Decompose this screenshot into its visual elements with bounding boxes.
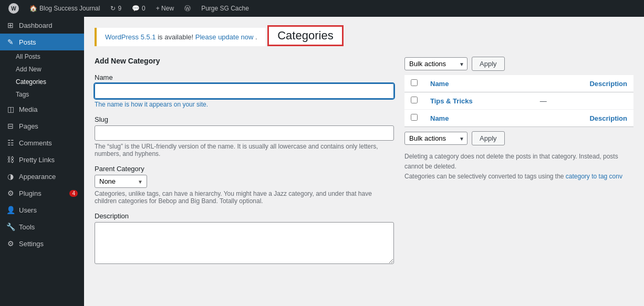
refresh-icon: ↻ [110,5,116,12]
pages-icon: ⊟ [6,122,15,130]
description-field: Description [95,212,394,266]
home-icon: 🏠 [29,5,37,12]
slug-help: The “slug” is the URL-friendly version o… [95,143,394,157]
table-row-bottom-header: Name Description [404,110,633,127]
comment-icon: 💬 [132,5,140,12]
description-column-link[interactable]: Description [589,80,627,88]
name-label: Name [95,73,394,81]
apply-button-bottom[interactable]: Apply [472,131,505,145]
apply-button-top[interactable]: Apply [472,57,505,71]
sidebar-item-tools[interactable]: 🔧 Tools [0,218,84,235]
posts-icon: ✎ [6,38,15,46]
slug-field: Slug The “slug” is the URL-friendly vers… [95,115,394,157]
add-category-form: Add New Category Name The name is how it… [95,57,394,273]
tools-icon: 🔧 [6,223,15,231]
table-header-row: Name Description [404,75,633,92]
name-column-header-bottom: Name [424,110,534,127]
select-all-checkbox-bottom[interactable] [411,114,418,121]
row-checkbox[interactable] [411,97,418,103]
slug-input[interactable] [95,125,394,141]
table-row: Tips & Tricks — [404,92,633,110]
sidebar-item-pretty-links[interactable]: ⛓ Pretty Links [0,151,84,168]
pretty-links-icon: ⛓ [6,155,15,164]
admin-bar: W 🏠 Blog Success Journal ↻ 9 💬 0 + New Ⓦ… [0,0,644,17]
select-all-checkbox[interactable] [411,79,418,86]
update-now-link[interactable]: Please update now [195,33,254,41]
wp-logo[interactable]: W [4,0,23,17]
users-icon: 👤 [6,206,15,214]
footer-notes: Deleting a category does not delete the … [404,152,633,182]
plugins-badge: 4 [69,190,78,197]
sidebar: ⊞ Dashboard ✎ Posts All Posts Add New Ca… [0,17,84,306]
bulk-actions-row-bottom: Bulk actions ▼ Apply [404,131,633,145]
parent-category-help: Categories, unlike tags, can have a hier… [95,190,394,205]
bulk-actions-row-top: Bulk actions ▼ Apply [404,57,633,71]
category-description-cell: — [534,92,633,110]
posts-submenu: All Posts Add New Categories Tags [0,50,84,101]
wp-update-link[interactable]: WordPress 5.5.1 [105,33,156,41]
categories-table-section: Bulk actions ▼ Apply Nam [404,57,633,273]
slug-label: Slug [95,115,394,123]
sidebar-item-add-new[interactable]: Add New [0,63,84,76]
name-column-header: Name [424,75,534,92]
two-column-layout: Add New Category Name The name is how it… [95,57,633,273]
updates-item[interactable]: ↻ 9 [106,0,126,17]
category-link[interactable]: Tips & Tricks [430,97,473,105]
sidebar-item-all-posts[interactable]: All Posts [0,50,84,63]
parent-category-select[interactable]: None [95,175,147,188]
description-column-header-bottom: Description [534,110,633,127]
select-all-header-bottom [404,110,424,127]
description-input[interactable] [95,222,394,264]
sidebar-item-users[interactable]: 👤 Users [0,202,84,218]
site-name[interactable]: 🏠 Blog Success Journal [25,0,104,17]
category-tag-converter-link[interactable]: category to tag conv [566,173,622,180]
category-name-cell: Tips & Tricks [424,92,534,110]
comments-item[interactable]: 💬 0 [128,0,150,17]
sidebar-item-categories[interactable]: Categories [0,76,84,88]
row-checkbox-cell [404,92,424,110]
settings-icon: ⚙ [6,239,15,248]
sidebar-item-settings[interactable]: ⚙ Settings [0,235,84,252]
name-field: Name The name is how it appears on your … [95,73,394,108]
wp-brand-icon[interactable]: Ⓦ [180,0,195,17]
page-title: Categories [277,29,333,43]
name-column-link[interactable]: Name [430,80,449,88]
purge-cache[interactable]: Purge SG Cache [197,0,253,17]
sidebar-item-dashboard[interactable]: ⊞ Dashboard [0,17,84,34]
bulk-select-wrap-bottom: Bulk actions ▼ [404,132,468,145]
plugins-icon: ⚙ [6,189,15,197]
brand-icon: Ⓦ [184,4,191,13]
bulk-actions-select-bottom[interactable]: Bulk actions [404,132,468,145]
media-icon: ◫ [6,105,15,113]
name-help: The name is how it appears on your site. [95,101,394,108]
sidebar-item-appearance[interactable]: ◑ Appearance [0,168,84,185]
bulk-select-wrap-top: Bulk actions ▼ [404,57,468,70]
sidebar-item-comments[interactable]: ☷ Comments [0,134,84,151]
name-input[interactable] [95,83,394,99]
description-column-header: Description [534,75,633,92]
description-column-link-bottom[interactable]: Description [589,114,627,122]
form-section-title: Add New Category [95,57,394,65]
description-label: Description [95,212,394,220]
dashboard-icon: ⊞ [6,21,15,29]
select-all-header [404,75,424,92]
sidebar-item-posts[interactable]: ✎ Posts [0,34,84,50]
sidebar-item-media[interactable]: ◫ Media [0,101,84,118]
sidebar-item-pages[interactable]: ⊟ Pages [0,118,84,134]
comments-icon: ☷ [6,139,15,147]
name-column-link-bottom[interactable]: Name [430,114,449,122]
bulk-actions-select-top[interactable]: Bulk actions [404,57,468,70]
update-notice: WordPress 5.5.1 is available! Please upd… [95,28,266,46]
categories-table: Name Description [404,75,633,127]
sidebar-item-tags[interactable]: Tags [0,88,84,101]
parent-category-select-wrap: None ▼ [95,175,147,188]
sidebar-item-plugins[interactable]: ⚙ Plugins 4 [0,185,84,202]
page-title-container: Categories [267,25,343,46]
parent-category-field: Parent Category None ▼ Categories, unlik… [95,165,394,205]
parent-category-label: Parent Category [95,165,394,173]
wp-icon: W [8,3,19,14]
appearance-icon: ◑ [6,172,15,181]
content-area: WordPress 5.5.1 is available! Please upd… [84,17,644,306]
new-item[interactable]: + New [152,0,178,17]
